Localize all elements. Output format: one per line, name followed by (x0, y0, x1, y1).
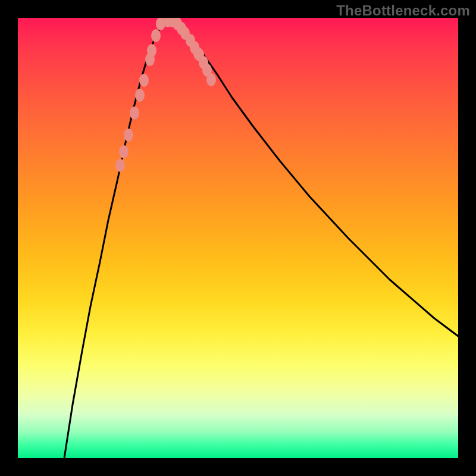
bead-marker (139, 74, 149, 87)
curve-left-branch (64, 21, 164, 458)
bead-marker (124, 129, 133, 142)
bead-marker (130, 107, 139, 120)
watermark-text: TheBottleneck.com (336, 2, 470, 19)
bead-marker (135, 89, 145, 102)
bead-layer (115, 18, 216, 172)
chart-svg (18, 18, 458, 458)
outer-black-frame: TheBottleneck.com (0, 0, 476, 476)
curve-layer (64, 21, 458, 458)
bead-marker (115, 159, 125, 172)
bead-marker (119, 145, 129, 158)
bead-marker (147, 44, 156, 57)
bead-marker (206, 73, 216, 86)
bead-marker (151, 29, 161, 42)
